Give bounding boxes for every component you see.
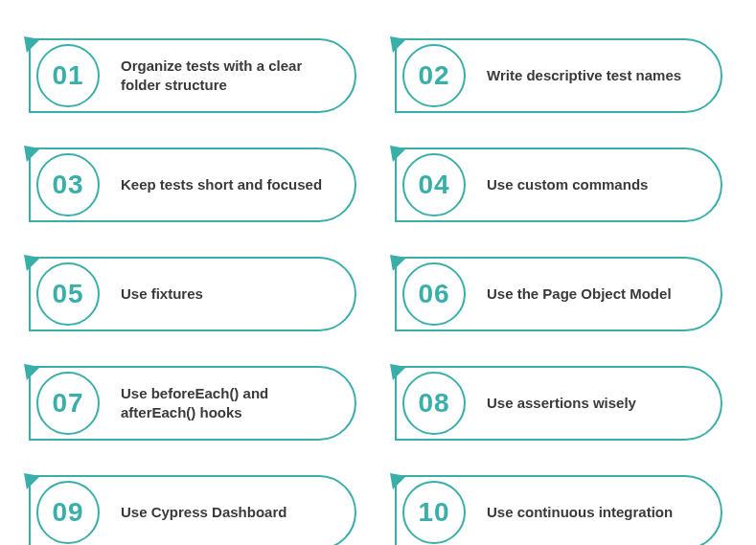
list-item: 05 Use fixtures	[29, 257, 356, 331]
list-item: 06 Use the Page Object Model	[395, 257, 722, 331]
item-label: Use the Page Object Model	[487, 284, 672, 304]
item-label: Use Cypress Dashboard	[121, 503, 286, 522]
list-item: 02 Write descriptive test names	[395, 38, 722, 113]
item-label: Use beforeEach() and afterEach() hooks	[121, 384, 337, 423]
item-label: Keep tests short and focused	[121, 175, 322, 194]
item-label: Use fixtures	[121, 284, 203, 304]
number-badge: 10	[402, 481, 466, 544]
item-number: 09	[52, 497, 83, 528]
list-item: 07 Use beforeEach() and afterEach() hook…	[29, 366, 356, 441]
number-badge: 07	[36, 372, 100, 435]
number-badge: 01	[36, 44, 100, 107]
number-badge: 08	[402, 372, 466, 435]
item-number: 02	[418, 60, 449, 91]
item-number: 06	[418, 279, 449, 309]
item-number: 03	[52, 170, 83, 200]
item-label: Use continuous integration	[487, 503, 673, 522]
list-item: 04 Use custom commands	[395, 148, 722, 222]
list-item: 03 Keep tests short and focused	[29, 148, 356, 222]
item-label: Use custom commands	[487, 175, 648, 194]
list-item: 08 Use assertions wisely	[395, 366, 722, 441]
list-item: 09 Use Cypress Dashboard	[29, 475, 356, 545]
list-item: 10 Use continuous integration	[395, 475, 722, 545]
number-badge: 03	[36, 153, 100, 216]
number-badge: 02	[402, 44, 466, 107]
item-label: Write descriptive test names	[487, 66, 681, 85]
item-number: 07	[52, 388, 83, 419]
number-badge: 09	[36, 481, 100, 544]
item-number: 10	[418, 497, 449, 528]
item-label: Use assertions wisely	[487, 394, 636, 413]
list-item: 01 Organize tests with a clear folder st…	[29, 38, 356, 113]
item-label: Organize tests with a clear folder struc…	[121, 57, 337, 96]
item-number: 05	[52, 279, 83, 309]
number-badge: 04	[402, 153, 466, 216]
item-number: 08	[418, 388, 449, 419]
item-number: 04	[418, 170, 449, 200]
number-badge: 06	[402, 262, 466, 326]
number-badge: 05	[36, 262, 100, 326]
item-number: 01	[52, 60, 83, 91]
